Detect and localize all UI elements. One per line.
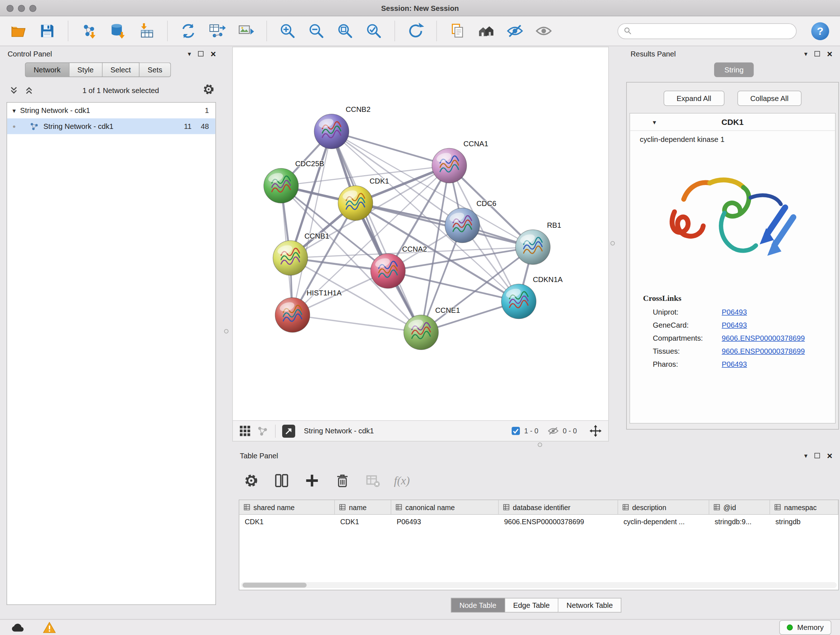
import-network-file-button[interactable] — [78, 19, 100, 42]
bottom-splitter-handle[interactable] — [538, 443, 542, 447]
tab-network[interactable]: Network — [25, 63, 69, 78]
column-header-name[interactable]: name — [335, 500, 392, 515]
column-header--id[interactable]: @id — [709, 500, 770, 515]
column-header-canonical-name[interactable]: canonical name — [392, 500, 499, 515]
collection-name: String Network - cdk1 — [20, 106, 90, 115]
crosslink-value-link[interactable]: P06493 — [722, 321, 747, 329]
cloud-status-button[interactable] — [9, 621, 27, 635]
zoom-fit-button[interactable] — [334, 19, 356, 42]
tab-edge-table[interactable]: Edge Table — [505, 598, 558, 613]
table-cell[interactable]: CDK1 — [335, 515, 392, 530]
node-label-CDC6: CDC6 — [477, 200, 496, 207]
tab-string[interactable]: String — [714, 63, 754, 78]
column-header-shared-name[interactable]: shared name — [240, 500, 335, 515]
hidden-eye-slash-icon[interactable] — [547, 426, 559, 436]
delete-column-button[interactable] — [333, 471, 352, 490]
expand-all-networks-icon[interactable] — [9, 85, 19, 96]
collapse-all-button[interactable]: Collapse All — [737, 91, 802, 106]
collection-caret-icon[interactable]: ▾ — [13, 107, 16, 114]
network-graph[interactable]: CCNB2CCNA1CDC25BCDK1CDC6RB1CCNB1CCNA2CDK… — [233, 48, 608, 421]
import-table-file-button[interactable] — [136, 19, 157, 42]
protein-section-header[interactable]: ▾ CDK1 — [630, 114, 835, 131]
network-from-table-button[interactable] — [206, 19, 228, 42]
function-builder-button[interactable]: f(x) — [394, 474, 410, 488]
string-results-box: Expand All Collapse All ▾ CDK1 cyclin-de… — [626, 82, 839, 430]
network-canvas[interactable]: CCNB2CCNA1CDC25BCDK1CDC6RB1CCNB1CCNA2CDK… — [232, 47, 609, 421]
scrollbar-thumb[interactable] — [243, 583, 307, 588]
collapse-table-icon[interactable]: ▾ — [804, 453, 807, 459]
help-button[interactable]: ? — [812, 22, 829, 40]
table-cell[interactable]: cyclin-dependent ... — [618, 515, 709, 530]
table-cell[interactable]: CDK1 — [240, 515, 335, 530]
crosslink-value-link[interactable]: 9606.ENSP00000378699 — [722, 334, 805, 342]
network-view-icon[interactable] — [257, 425, 269, 437]
column-header-description[interactable]: description — [618, 500, 709, 515]
close-panel-icon[interactable]: × — [210, 49, 216, 59]
import-network-database-button[interactable] — [107, 19, 129, 42]
open-in-new-window-button[interactable] — [282, 424, 295, 437]
collapse-results-icon[interactable]: ▾ — [804, 51, 807, 57]
crosslink-value-link[interactable]: 9606.ENSP00000378699 — [722, 347, 805, 355]
close-table-icon[interactable]: × — [827, 451, 832, 461]
selected-checkbox-icon[interactable] — [511, 426, 521, 436]
section-caret-icon[interactable]: ▾ — [653, 119, 656, 125]
crosslink-label: Uniprot: — [653, 308, 722, 316]
zoom-out-button[interactable] — [306, 19, 327, 42]
node-label-CDK1: CDK1 — [370, 177, 389, 185]
warnings-button[interactable] — [40, 621, 58, 635]
network-row[interactable]: ● String Network - cdk1 11 48 — [7, 119, 216, 134]
apply-preferred-layout-button[interactable] — [405, 19, 426, 42]
current-network-bullet-icon: ● — [13, 124, 16, 130]
crosslink-value-link[interactable]: P06493 — [722, 360, 747, 368]
tab-style[interactable]: Style — [69, 63, 103, 78]
float-results-icon[interactable] — [815, 51, 820, 57]
export-image-button[interactable] — [235, 19, 257, 42]
expand-all-button[interactable]: Expand All — [663, 91, 724, 106]
column-type-icon — [339, 504, 346, 510]
column-header-database-identifier[interactable]: database identifier — [499, 500, 618, 515]
table-cell[interactable]: 9606.ENSP00000378699 — [499, 515, 618, 530]
grid-view-icon[interactable] — [240, 425, 251, 437]
crosslink-value-link[interactable]: P06493 — [722, 308, 747, 316]
clear-table-button[interactable] — [363, 471, 382, 490]
tab-select[interactable]: Select — [103, 63, 140, 78]
save-session-button[interactable] — [36, 19, 58, 42]
column-type-icon — [396, 504, 402, 510]
float-table-icon[interactable] — [815, 453, 820, 458]
collapse-panel-icon[interactable]: ▾ — [188, 51, 191, 57]
zoom-selected-button[interactable] — [363, 19, 385, 42]
table-cell[interactable]: P06493 — [392, 515, 499, 530]
open-session-button[interactable] — [8, 19, 29, 42]
column-header-namespac[interactable]: namespac — [770, 500, 838, 515]
search-input[interactable] — [636, 27, 791, 35]
table-horizontal-scrollbar[interactable] — [241, 582, 837, 588]
memory-button[interactable]: Memory — [779, 620, 831, 635]
hide-glass-button[interactable] — [504, 19, 526, 42]
create-column-button[interactable] — [303, 471, 321, 490]
tab-network-table[interactable]: Network Table — [559, 598, 622, 613]
right-splitter-handle[interactable] — [611, 241, 615, 245]
home-button[interactable] — [475, 19, 497, 42]
table-options-button[interactable] — [242, 471, 261, 490]
tab-sets[interactable]: Sets — [140, 63, 171, 78]
float-panel-icon[interactable] — [198, 51, 204, 57]
table-cell[interactable]: stringdb:9... — [709, 515, 770, 530]
crosslink-row: Pharos:P06493 — [630, 357, 835, 371]
network-options-button[interactable] — [202, 83, 215, 97]
table-row[interactable]: CDK1CDK1P064939606.ENSP00000378699cyclin… — [240, 515, 838, 530]
show-glass-button[interactable] — [533, 19, 554, 42]
network-edge-count: 48 — [201, 122, 209, 131]
collapse-all-networks-icon[interactable] — [24, 85, 34, 96]
documents-button[interactable] — [447, 19, 469, 42]
pan-crosshair-icon[interactable] — [589, 424, 602, 437]
show-columns-button[interactable] — [272, 471, 291, 490]
close-results-icon[interactable]: × — [827, 49, 832, 59]
search-field[interactable] — [617, 23, 797, 39]
duplicate-network-button[interactable] — [178, 19, 199, 42]
network-collection-row[interactable]: ▾ String Network - cdk1 1 — [7, 103, 216, 119]
table-cell[interactable]: stringdb — [770, 515, 838, 530]
eye-slash-icon — [506, 22, 524, 40]
zoom-in-button[interactable] — [277, 19, 298, 42]
tab-node-table[interactable]: Node Table — [451, 598, 505, 613]
left-splitter-handle[interactable] — [224, 329, 229, 333]
